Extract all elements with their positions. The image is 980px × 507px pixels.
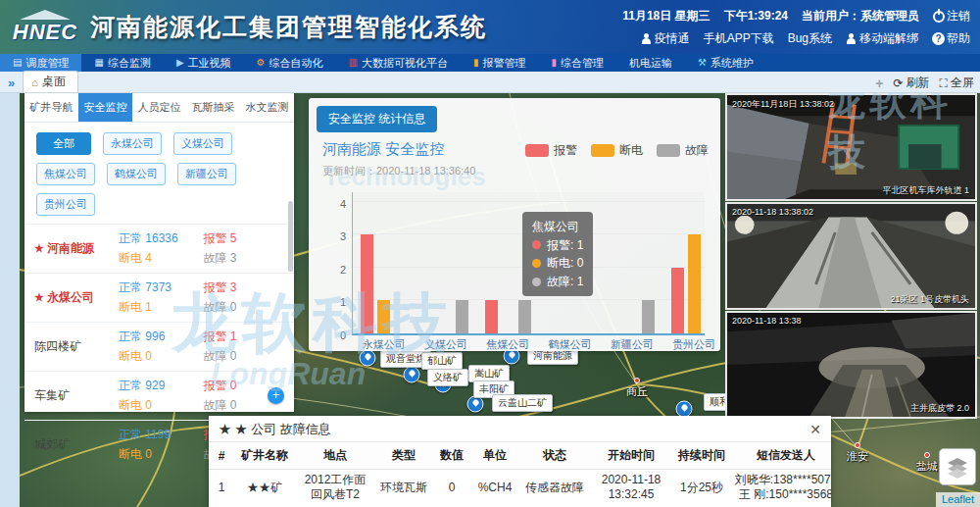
tab-desktop[interactable]: ⌂ 桌面 [23,71,78,92]
mine-stats: 正常 996报警 1断电 0故障 0 [119,329,284,365]
filter-button-5[interactable]: 新疆公司 [177,163,236,185]
refresh-button[interactable]: ⟳刷新 [894,75,930,91]
table-cell-line: 2020-11-18 [593,473,669,487]
safety-monitor-panel: 矿井导航安全监控人员定位瓦斯抽采水文监测 全部永煤公司义煤公司焦煤公司鹤煤公司新… [24,93,294,412]
legend-item-1[interactable]: 断电 [591,142,643,159]
nav-item-2[interactable]: ▶工业视频 [164,54,244,72]
marker-pin-icon[interactable] [404,367,420,383]
bar-断电[interactable] [688,234,701,333]
tooltip-dot [532,240,541,249]
nav-item-3[interactable]: ⚙综合自动化 [244,54,336,72]
mine-stats: 正常 7373报警 3断电 1故障 0 [119,279,284,316]
mine-name: ★永煤公司 [34,289,119,306]
camera-feed-1[interactable]: 2020年11月18日 13:38:02 平北区机车库外轨道 1 [725,93,977,201]
add-tab-icon[interactable]: + [875,76,883,91]
table-header-9: 短信发送人 [732,442,831,470]
nav-item-8[interactable]: ⚒系统维护 [685,54,766,72]
nav-item-label: 调度管理 [25,56,69,71]
bar-报警[interactable] [671,268,684,333]
table-row[interactable]: 1★★矿2012工作面回风巷T2环境瓦斯0%CH4传感器故障2020-11-18… [209,470,831,506]
bar-故障[interactable] [518,300,531,333]
camera-2-caption: 21采区 1号皮带机头 [890,293,969,306]
table-cell: 1 [209,470,234,506]
nav-bar: ▤调度管理▦综合监测▶工业视频⚙综合自动化▥大数据可视化平台▮报警管理▮综合管理… [0,54,980,72]
chevron-right-icon[interactable]: » [0,76,23,92]
mine-list-item[interactable]: ★河南能源正常 16336报警 5断电 4故障 3 [24,224,294,273]
mine-list-item[interactable]: 车集矿正常 929报警 0断电 0故障 0 [24,371,294,420]
fullscreen-button[interactable]: ⛶全屏 [940,75,974,91]
header-link-1[interactable]: 手机APP下载 [704,30,774,47]
legend-label: 断电 [619,142,643,159]
close-icon[interactable]: ✕ [809,423,821,436]
filter-button-4[interactable]: 鹤煤公司 [107,163,166,185]
wrench-icon: ⚒ [698,58,707,68]
mine-list-item[interactable]: ★永煤公司正常 7373报警 3断电 1故障 0 [24,273,294,322]
bar-group-5: 贵州公司 [663,192,725,333]
legend-item-0[interactable]: 报警 [525,142,577,159]
gear-icon: ⚙ [257,58,266,68]
bar-断电[interactable] [377,300,390,333]
marker-pin-icon[interactable] [467,396,484,413]
table-header-4: 数值 [432,442,471,470]
legend-item-2[interactable]: 故障 [657,142,709,159]
logo-roof-icon [20,10,71,20]
map-layers-control[interactable] [939,448,976,485]
stat-fault: 故障 3 [204,250,285,267]
marker-pin-icon[interactable] [676,401,693,418]
panel-tab-2[interactable]: 人员定位 [132,93,186,122]
stat-alarm: 报警 5 [204,230,285,247]
x-axis-label: 永煤公司 [353,337,415,352]
logout-button[interactable]: 注销 [933,8,970,25]
filter-button-0[interactable]: 全部 [36,132,91,155]
filter-button-2[interactable]: 义煤公司 [173,132,232,155]
tooltip-text: 断电: 0 [547,254,583,273]
filter-button-1[interactable]: 永煤公司 [103,132,162,155]
marker-label[interactable]: 义络矿 [427,369,468,386]
chart-icon: ▥ [349,58,358,68]
bar-故障[interactable] [642,300,655,333]
table-cell-line: 王 刚:150****3568 [734,487,831,502]
nav-item-5[interactable]: ▮报警管理 [461,54,539,72]
panel-expand-button[interactable]: + [268,387,284,404]
panel-tab-1[interactable]: 安全监控 [78,93,132,122]
map-attribution[interactable]: Leaflet [936,492,980,507]
header-date: 11月18日 星期三 [622,8,710,25]
panel-tab-4[interactable]: 水文监测 [240,93,294,122]
nav-item-7[interactable]: 机电运输 [616,54,685,72]
nav-item-6[interactable]: ▮综合管理 [539,54,617,72]
nav-item-4[interactable]: ▥大数据可视化平台 [336,54,461,72]
header-link-0[interactable]: 疫情通 [641,30,690,47]
panel-scrollbar[interactable] [288,201,293,272]
camera-feed-2[interactable]: 2020-11-18 13:38:02 21采区 1号皮带机头 [725,202,977,310]
person-icon [641,33,652,44]
filter-button-3[interactable]: 焦煤公司 [36,163,95,185]
mine-list-item[interactable]: 陈四楼矿正常 996报警 1断电 0故障 0 [24,322,294,371]
bar-故障[interactable] [456,300,468,333]
panel-tab-0[interactable]: 矿井导航 [24,93,78,122]
header-link-2[interactable]: Bug系统 [788,30,832,47]
nav-item-1[interactable]: ▦综合监测 [81,54,163,72]
stat-normal: 正常 996 [119,329,200,345]
nav-item-label: 报警管理 [483,56,526,71]
nav-item-label: 系统维护 [710,56,754,71]
star-icon: ★ [34,291,44,303]
table-cell: 环境瓦斯 [375,470,432,506]
bar-报警[interactable] [361,234,373,333]
fault-dialog-titlebar: ★ ★ 公司 故障信息 ✕ [209,416,831,441]
nav-item-0[interactable]: ▤调度管理 [0,54,81,72]
header-link-3[interactable]: 移动端解绑 [846,30,918,47]
header-right: 11月18日 星期三 下午1:39:24 当前用户：系统管理员 注销 疫情通手机… [622,5,970,50]
table-cell-line: 1分25秒 [673,481,730,495]
table-cell-line: 环境瓦斯 [377,481,430,495]
camera-feed-3[interactable]: 2020-11-18 13:38 主井底皮带 2.0 [725,311,977,419]
header-link-label: Bug系统 [788,30,832,47]
table-header-2: 地点 [295,442,375,470]
header-link-label: 帮助 [947,30,970,47]
bar-报警[interactable] [485,300,498,333]
header-link-4[interactable]: ?帮助 [932,30,970,47]
panel-tab-3[interactable]: 瓦斯抽采 [186,93,240,122]
marker-label[interactable]: 云盖山二矿 [492,394,553,412]
statistics-header-button[interactable]: 安全监控 统计信息 [317,106,437,132]
layers-icon [946,455,969,479]
filter-button-6[interactable]: 贵州公司 [36,193,95,216]
